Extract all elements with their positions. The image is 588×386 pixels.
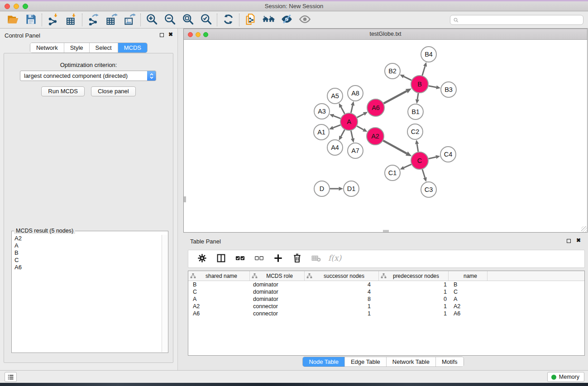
edge-A-A6[interactable] [357,114,364,118]
table-float-icon[interactable] [567,239,571,243]
edge-A-A3[interactable] [334,116,341,119]
edge-B-B4[interactable] [422,66,425,76]
edge-A-A7[interactable] [351,131,353,139]
import-network-button[interactable] [46,13,60,27]
zoom-selected-button[interactable] [199,13,213,27]
table-close-icon[interactable]: ✖ [576,237,581,243]
open-folder-button[interactable] [5,13,20,27]
node-A3[interactable]: A3 [314,104,330,119]
float-panel-icon[interactable] [160,33,164,37]
table-row[interactable]: Adominator80A [188,295,584,303]
resize-grip-icon[interactable] [581,226,587,232]
mcds-result-item[interactable]: A [12,242,162,249]
gear-button[interactable] [196,253,208,265]
node-A4[interactable]: A4 [327,140,343,155]
result-scrollbar[interactable] [162,235,167,352]
node-A1[interactable]: A1 [314,124,329,140]
table-tab-edge-table[interactable]: Edge Table [344,357,386,367]
export-table-button[interactable] [104,13,119,27]
close-panel-button[interactable]: Close panel [91,86,136,96]
import-table-button[interactable] [64,13,78,27]
edge-A-A1[interactable] [333,125,341,128]
mcds-result-item[interactable]: A6 [12,264,162,271]
add-button[interactable] [272,253,284,265]
edge-A-A4[interactable] [341,130,344,137]
refresh-button[interactable] [221,13,235,27]
node-B2[interactable]: B2 [385,63,400,79]
table-row[interactable]: Cdominator41C [188,288,584,295]
node-C4[interactable]: C4 [440,147,456,162]
node-B3[interactable]: B3 [441,82,456,97]
show-panels-button[interactable] [5,372,17,382]
tab-mcds[interactable]: MCDS [118,43,147,52]
column-header-shared-name[interactable]: shared name [188,271,249,281]
clone-network-button[interactable] [243,13,258,27]
node-B[interactable]: B [411,76,428,93]
function-button[interactable]: f(x) [329,253,341,265]
close-panel-icon[interactable]: ✖ [168,31,173,38]
node-C2[interactable]: C2 [407,124,423,139]
edge-A-A2[interactable] [357,126,364,130]
node-A6[interactable]: A6 [367,99,384,116]
optimization-criterion-dropdown[interactable]: largest connected component (directed) [20,71,156,81]
network-canvas[interactable]: B4B2BB3A8A5A6B1A3AC2A1A2A4A7C4CC1C3DD1 [184,40,587,232]
node-D1[interactable]: D1 [344,181,359,196]
edge-A2-C[interactable] [383,141,407,154]
tab-select[interactable]: Select [89,43,118,52]
search-box[interactable] [450,15,583,25]
run-mcds-button[interactable]: Run MCDS [41,86,85,96]
edge-B-B3[interactable] [429,86,436,87]
table-tab-node-table[interactable]: Node Table [303,357,344,367]
node-C3[interactable]: C3 [421,182,436,197]
memory-button[interactable]: Memory [547,372,584,382]
table-tab-network-table[interactable]: Network Table [386,357,435,367]
zoom-out-button[interactable] [163,13,177,27]
node-A[interactable]: A [340,113,358,130]
column-header-predecessor-nodes[interactable]: predecessor nodes [378,271,448,281]
zoom-fit-button[interactable] [181,13,195,27]
horizontal-scroll-thumb[interactable] [383,230,389,232]
delete-table-button[interactable] [310,253,322,265]
table-row[interactable]: A6connector11A6 [188,310,584,317]
edge-C-C2[interactable] [417,144,418,152]
search-input[interactable] [461,17,583,23]
column-header-successor-nodes[interactable]: successor nodes [304,271,378,281]
node-C[interactable]: C [411,152,428,169]
zoom-in-button[interactable] [144,13,159,27]
column-header-name[interactable]: name [448,271,487,281]
edge-A-A5[interactable] [341,107,344,114]
node-B1[interactable]: B1 [408,104,423,119]
edge-C-C4[interactable] [429,157,436,159]
table-tab-motifs[interactable]: Motifs [435,357,464,367]
delete-button[interactable] [291,253,303,265]
mcds-result-item[interactable]: A2 [12,235,162,242]
save-button[interactable] [24,13,38,27]
node-A5[interactable]: A5 [327,88,343,104]
table-row[interactable]: A2connector11A2 [188,303,584,310]
node-C1[interactable]: C1 [385,165,400,181]
edge-C-C3[interactable] [422,169,425,178]
vertical-scroll-thumb[interactable] [184,196,186,202]
mcds-result-item[interactable]: C [12,257,162,264]
edge-B-B2[interactable] [404,76,411,80]
hide-panel-button[interactable] [279,13,294,27]
deselect-all-button[interactable] [253,253,265,265]
home-button[interactable] [261,13,276,27]
column-header-MCDS-role[interactable]: MCDS role [249,271,304,281]
node-A2[interactable]: A2 [367,128,384,145]
show-eye-button[interactable] [297,13,312,27]
columns-button[interactable] [215,253,227,265]
export-network-button[interactable] [86,13,100,27]
edge-B-B1[interactable] [417,93,418,100]
edge-A6-B[interactable] [384,91,407,103]
export-image-button[interactable] [122,13,137,27]
edge-C-C1[interactable] [404,164,411,168]
edge-A-A8[interactable] [351,105,353,113]
node-B4[interactable]: B4 [421,47,436,62]
node-A7[interactable]: A7 [348,143,363,158]
node-A8[interactable]: A8 [348,86,363,101]
tab-style[interactable]: Style [64,43,89,52]
mcds-result-item[interactable]: B [12,249,162,257]
tab-network[interactable]: Network [30,43,64,52]
select-all-button[interactable] [234,253,246,265]
